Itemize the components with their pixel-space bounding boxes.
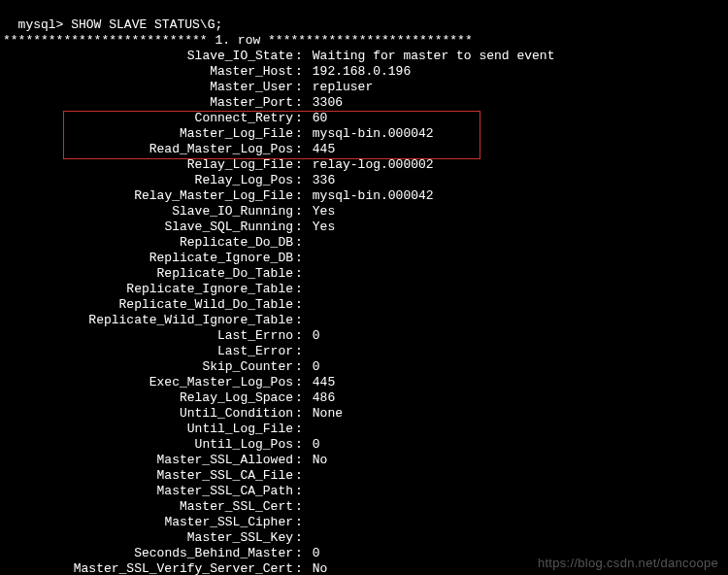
status-value: 0 [305,546,320,561]
status-value [305,344,313,359]
status-label: Skip_Counter [3,359,293,375]
status-row: Replicate_Do_DB: [3,235,728,251]
status-value: Yes [305,204,335,220]
status-row: Replicate_Do_Table: [3,266,728,282]
status-label: Read_Master_Log_Pos [3,142,293,157]
status-value: mysql-bin.000042 [305,188,434,204]
status-row: Slave_SQL_Running: Yes [3,220,728,235]
status-label: Slave_IO_Running [3,204,293,220]
status-label: Master_User [3,80,293,95]
status-value: 336 [305,173,335,188]
colon-separator: : [293,437,305,453]
status-row: Relay_Master_Log_File: mysql-bin.000042 [3,188,728,204]
status-label: Replicate_Do_Table [3,266,293,282]
colon-separator: : [293,111,305,126]
status-row: Master_Log_File: mysql-bin.000042 [3,126,728,142]
colon-separator: : [293,530,305,546]
colon-separator: : [293,251,305,266]
status-row: Master_SSL_CA_Path: [3,484,728,499]
status-row: Master_SSL_Cipher: [3,515,728,530]
status-value [305,422,313,437]
colon-separator: : [293,313,305,328]
status-row: Slave_IO_Running: Yes [3,204,728,220]
status-value: No [305,561,327,575]
colon-separator: : [293,359,305,375]
status-row: Master_SSL_CA_File: [3,468,728,484]
status-row: Until_Condition: None [3,406,728,422]
colon-separator: : [293,515,305,530]
status-label: Master_SSL_CA_File [3,468,293,484]
status-row: Master_Host: 192.168.0.196 [3,64,728,80]
status-row: Replicate_Ignore_DB: [3,251,728,266]
status-row: Relay_Log_Space: 486 [3,390,728,406]
colon-separator: : [293,188,305,204]
colon-separator: : [293,297,305,313]
status-row: Relay_Log_Pos: 336 [3,173,728,188]
status-row: Skip_Counter: 0 [3,359,728,375]
status-label: Connect_Retry [3,111,293,126]
status-row: Until_Log_File: [3,422,728,437]
status-label: Relay_Log_File [3,157,293,173]
colon-separator: : [293,484,305,499]
status-value [305,297,313,313]
colon-separator: : [293,49,305,64]
colon-separator: : [293,546,305,561]
status-value: relay-log.000002 [305,157,434,173]
status-label: Seconds_Behind_Master [3,546,293,561]
status-value [305,313,313,328]
status-row: Last_Errno: 0 [3,328,728,344]
status-row: Master_User: repluser [3,80,728,95]
status-value: No [305,453,327,468]
colon-separator: : [293,126,305,142]
colon-separator: : [293,64,305,80]
status-value: mysql-bin.000042 [305,126,434,142]
status-value: None [305,406,343,422]
colon-separator: : [293,390,305,406]
status-value: 192.168.0.196 [305,64,411,80]
status-label: Last_Error [3,344,293,359]
status-value: 445 [305,142,335,157]
status-row: Read_Master_Log_Pos: 445 [3,142,728,157]
status-label: Master_SSL_Verify_Server_Cert [3,561,293,575]
status-row: Relay_Log_File: relay-log.000002 [3,157,728,173]
status-value: Waiting for master to send event [305,49,554,64]
status-value: 0 [305,437,320,453]
status-row: Last_Error: [3,344,728,359]
status-value [305,235,313,251]
status-value [305,499,313,515]
status-value [305,530,313,546]
status-value [305,282,313,297]
status-row: Master_SSL_Cert: [3,499,728,515]
status-label: Slave_IO_State [3,49,293,64]
status-label: Until_Log_File [3,422,293,437]
colon-separator: : [293,375,305,390]
status-row: Slave_IO_State: Waiting for master to se… [3,49,728,64]
colon-separator: : [293,266,305,282]
status-label: Master_Port [3,95,293,111]
colon-separator: : [293,406,305,422]
status-label: Master_Log_File [3,126,293,142]
status-row: Master_SSL_Key: [3,530,728,546]
colon-separator: : [293,468,305,484]
status-value: Yes [305,220,335,235]
colon-separator: : [293,499,305,515]
colon-separator: : [293,328,305,344]
status-label: Master_Host [3,64,293,80]
mysql-command: SHOW SLAVE STATUS\G; [71,17,222,32]
status-row: Connect_Retry: 60 [3,111,728,126]
status-value [305,468,313,484]
status-label: Relay_Master_Log_File [3,188,293,204]
status-label: Exec_Master_Log_Pos [3,375,293,390]
colon-separator: : [293,422,305,437]
status-row: Replicate_Wild_Do_Table: [3,297,728,313]
status-label: Master_SSL_Cert [3,499,293,515]
status-value: 0 [305,328,320,344]
colon-separator: : [293,157,305,173]
mysql-prompt: mysql> [18,17,72,32]
status-value: repluser [305,80,373,95]
status-value: 0 [305,359,320,375]
status-label: Slave_SQL_Running [3,220,293,235]
status-label: Master_SSL_Key [3,530,293,546]
status-label: Last_Errno [3,328,293,344]
status-label: Replicate_Wild_Ignore_Table [3,313,293,328]
